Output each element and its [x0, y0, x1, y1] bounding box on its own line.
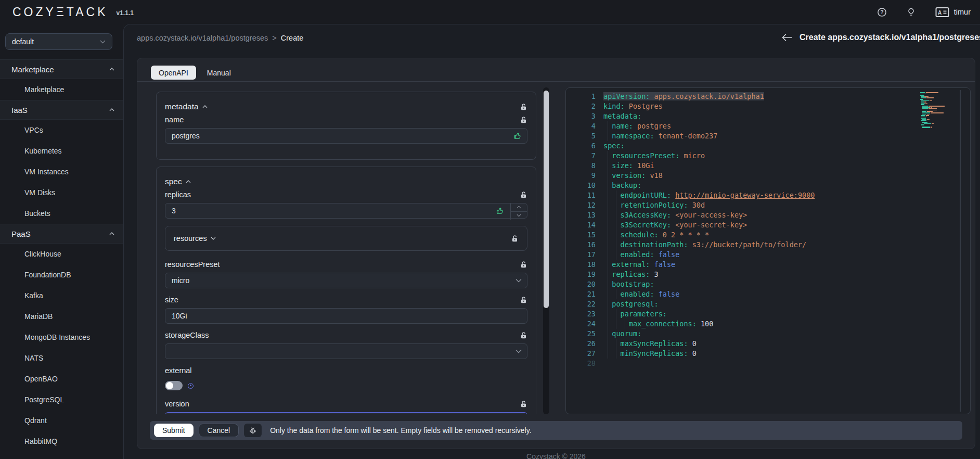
field-value: 10Gi: [172, 312, 187, 320]
sidebar-item-kubernetes[interactable]: Kubernetes: [0, 141, 123, 161]
editor-scrollbar[interactable]: [960, 90, 961, 412]
unlock-icon[interactable]: [520, 332, 527, 339]
sidebar-item-mariadb[interactable]: MariaDB: [0, 306, 123, 327]
lightbulb-icon[interactable]: [907, 7, 915, 17]
form-scrollbar[interactable]: [543, 87, 549, 414]
sidebar-item-buckets[interactable]: Buckets: [0, 203, 123, 224]
openapi-form: metadata name postgres spec replicas 3 r…: [150, 87, 543, 414]
form-note: Only the data from the form will be sent…: [270, 426, 531, 435]
yaml-line-12: 12 retentionPolicy: 30d: [566, 200, 970, 210]
sidebar-item-mongodb-instances[interactable]: MongoDB Instances: [0, 327, 123, 348]
yaml-line-24: 24 max_connections: 100: [566, 319, 970, 329]
yaml-lines: 1 apiVersion: apps.cozystack.io/v1alpha1…: [566, 88, 970, 368]
yaml-line-1: 1 apiVersion: apps.cozystack.io/v1alpha1: [566, 92, 970, 101]
thumbs-up-icon: [496, 207, 504, 215]
thumbs-up-icon: [513, 132, 522, 140]
sidebar-item-marketplace[interactable]: Marketplace: [0, 79, 123, 100]
chevron-down-icon: [211, 237, 216, 240]
field-label: storageClass: [165, 331, 209, 339]
yaml-line-4: 4 name: postgres: [566, 121, 970, 131]
sidebar-item-kafka[interactable]: Kafka: [0, 285, 123, 306]
sidebar-item-vm-instances[interactable]: VM Instances: [0, 161, 123, 182]
chevron-down-icon: [515, 349, 522, 353]
select-input-resourcespreset[interactable]: micro: [165, 273, 527, 288]
sidebar-item-clickhouse[interactable]: ClickHouse: [0, 244, 123, 264]
sidebar-section-marketplace[interactable]: Marketplace: [0, 59, 123, 79]
yaml-line-23: 23 parameters:: [566, 309, 970, 319]
stepper-up[interactable]: [511, 203, 527, 212]
unlock-icon[interactable]: [520, 116, 527, 124]
toggle-external[interactable]: [165, 381, 183, 390]
main-content: apps.cozystack.io/v1alpha1/postgreses > …: [123, 24, 980, 459]
group-toggle-resources[interactable]: resources: [174, 234, 216, 243]
namespace-select[interactable]: default: [5, 33, 112, 50]
chevron-down-icon: [515, 278, 522, 283]
unlock-icon[interactable]: [520, 400, 527, 408]
back-arrow-icon[interactable]: [781, 33, 792, 42]
yaml-line-9: 9 version: v18: [566, 171, 970, 181]
field-label-row-size: size: [165, 296, 527, 304]
tab-manual[interactable]: Manual: [199, 66, 239, 80]
submit-button[interactable]: Submit: [154, 424, 194, 437]
group-resources: resources: [165, 226, 527, 251]
breadcrumb-path[interactable]: apps.cozystack.io/v1alpha1/postgreses: [137, 34, 268, 42]
sidebar: default MarketplaceMarketplaceIaaSVPCsKu…: [0, 24, 123, 459]
top-bar-actions: ? A timur: [877, 7, 980, 18]
namespace-value: default: [12, 37, 34, 46]
yaml-editor[interactable]: 1 apiVersion: apps.cozystack.io/v1alpha1…: [565, 87, 971, 414]
yaml-line-8: 8 size: 10Gi: [566, 161, 970, 171]
unlock-icon[interactable]: [520, 191, 527, 199]
field-value: postgres: [172, 132, 200, 140]
sidebar-item-foundationdb[interactable]: FoundationDB: [0, 264, 123, 285]
logo-glyph: Ξ: [56, 5, 67, 19]
sidebar-section-iaas[interactable]: IaaS: [0, 100, 123, 120]
debug-button[interactable]: [244, 424, 262, 437]
unlock-icon[interactable]: [520, 261, 527, 269]
tab-openapi[interactable]: OpenAPI: [151, 66, 196, 80]
section-title[interactable]: metadata: [165, 102, 208, 111]
sidebar-item-postgresql[interactable]: PostgreSQL: [0, 389, 123, 410]
cancel-button[interactable]: Cancel: [199, 424, 239, 437]
help-icon[interactable]: ?: [877, 7, 887, 17]
fieldset-spec: spec replicas 3 resources resourcesPrese…: [156, 167, 536, 414]
unlock-icon[interactable]: [520, 103, 527, 111]
revert-icon[interactable]: [188, 383, 194, 389]
field-label: external: [165, 366, 192, 375]
stepper-down[interactable]: [511, 212, 527, 220]
number-input-replicas[interactable]: 3: [165, 203, 527, 219]
app-version: v1.1.1: [116, 9, 133, 17]
field-label-row-replicas: replicas: [165, 190, 527, 199]
app-root: COZYΞTACK v1.1.1 ? A timur default Marke…: [0, 0, 980, 459]
chevron-up-icon: [109, 232, 114, 235]
sidebar-item-nats[interactable]: NATS: [0, 348, 123, 368]
svg-text:A: A: [938, 9, 942, 15]
section-title[interactable]: spec: [165, 177, 191, 186]
yaml-line-2: 2 kind: Postgres: [566, 101, 970, 111]
sidebar-item-vm-disks[interactable]: VM Disks: [0, 182, 123, 203]
create-form-card: OpenAPIManual metadata name postgres spe…: [137, 58, 975, 449]
scrollbar-thumb[interactable]: [544, 91, 549, 308]
number-stepper: [510, 203, 527, 220]
field-label-row-storageclass: storageClass: [165, 331, 527, 339]
sidebar-item-vpcs[interactable]: VPCs: [0, 120, 123, 141]
unlock-icon[interactable]: [511, 235, 519, 243]
select-input-version[interactable]: v18: [165, 412, 527, 414]
text-input-size[interactable]: 10Gi: [165, 308, 527, 324]
section-label: PaaS: [11, 230, 31, 238]
user-menu[interactable]: A timur: [935, 7, 971, 18]
breadcrumb-separator: >: [272, 34, 276, 42]
footer-copyright: Cozystack © 2026: [137, 452, 975, 459]
text-input-name[interactable]: postgres: [165, 128, 527, 144]
unlock-icon[interactable]: [520, 296, 527, 304]
sidebar-item-openbao[interactable]: OpenBAO: [0, 368, 123, 389]
sidebar-item-qdrant[interactable]: Qdrant: [0, 410, 123, 431]
sidebar-item-rabbitmq[interactable]: RabbitMQ: [0, 431, 123, 452]
field-label-row-version: version: [165, 400, 527, 408]
yaml-line-7: 7 resourcesPreset: micro: [566, 151, 970, 161]
select-input-storageclass[interactable]: [165, 343, 527, 359]
yaml-line-19: 19 replicas: 3: [566, 270, 970, 279]
sidebar-section-paas[interactable]: PaaS: [0, 224, 123, 244]
section-label: Marketplace: [11, 65, 54, 74]
action-bar: Submit Cancel Only the data from the for…: [150, 421, 962, 440]
section-label: IaaS: [11, 106, 28, 114]
